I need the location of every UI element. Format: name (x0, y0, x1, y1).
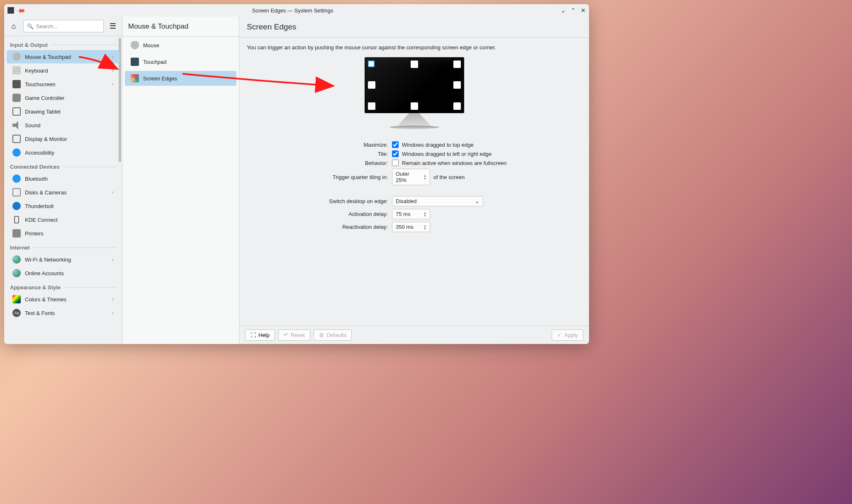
page-description: You can trigger an action by pushing the… (247, 44, 582, 51)
label-maximize: Maximize: (247, 142, 388, 148)
globe-icon (12, 255, 21, 264)
accessibility-icon (12, 148, 21, 157)
font-icon: Aa (12, 309, 21, 317)
checkbox-tile-label: Windows dragged to left or right edge (402, 151, 492, 157)
hamburger-menu[interactable]: ☰ (107, 20, 119, 32)
chevron-right-icon: › (112, 189, 114, 195)
subcategory-panel: Mouse & Touchpad Mouse Touchpad Screen E… (122, 17, 239, 344)
help-icon: ⛶ (251, 332, 256, 338)
reset-button[interactable]: ↶Reset (278, 330, 310, 341)
sidebar-item-keyboard[interactable]: Keyboard › (7, 64, 119, 77)
home-button[interactable]: ⌂ (7, 20, 20, 32)
sidebar-item-bluetooth[interactable]: Bluetooth (7, 172, 119, 185)
sidebar-item-sound[interactable]: Sound (7, 119, 119, 132)
chevron-right-icon: › (112, 257, 114, 262)
gamepad-icon (12, 94, 21, 102)
section-internet: Internet (4, 240, 122, 252)
main-panel: Screen Edges You can trigger an action b… (239, 17, 589, 344)
settings-window: 📌 Screen Edges — System Settings ⌄ ⌃ ✕ ⌂… (4, 4, 589, 344)
sidebar-item-text-fonts[interactable]: Aa Text & Fonts › (7, 306, 119, 320)
apply-button[interactable]: ✓Apply (552, 330, 583, 341)
sidebar-item-printers[interactable]: Printers (7, 227, 119, 240)
monitor-preview (247, 57, 582, 129)
palette-icon (12, 295, 21, 303)
disk-icon (12, 188, 21, 196)
window-title: Screen Edges — System Settings (24, 7, 561, 14)
edge-top-right[interactable] (453, 61, 461, 68)
sub-item-touchpad[interactable]: Touchpad (125, 54, 236, 69)
sidebar-item-drawing-tablet[interactable]: Drawing Tablet (7, 105, 119, 118)
printer-icon (12, 229, 21, 237)
sub-item-screen-edges[interactable]: Screen Edges (125, 71, 236, 86)
checkbox-tile[interactable] (392, 150, 399, 157)
touchpad-icon (131, 58, 139, 66)
search-icon: 🔍 (27, 23, 34, 29)
edge-bottom-right[interactable] (453, 102, 461, 110)
label-reactivation-delay: Reactivation delay: (247, 224, 388, 230)
combo-switch-desktop[interactable]: Disabled⌄ (392, 196, 483, 206)
sidebar-item-colors-themes[interactable]: Colors & Themes › (7, 293, 119, 306)
sidebar-list[interactable]: Input & Output Mouse & Touchpad › Keyboa… (4, 36, 122, 344)
chevron-right-icon: › (112, 296, 114, 302)
sound-icon (12, 121, 21, 129)
section-connected-devices: Connected Devices (4, 160, 122, 172)
sidebar-item-kde-connect[interactable]: KDE Connect (7, 213, 119, 226)
maximize-button[interactable]: ⌃ (571, 7, 576, 14)
document-icon: 🗎 (319, 332, 324, 338)
monitor-stand (398, 113, 431, 126)
undo-icon: ↶ (284, 332, 288, 338)
search-input[interactable]: 🔍 Search... (23, 20, 104, 32)
keyboard-icon (12, 66, 21, 75)
sidebar-item-touchscreen[interactable]: Touchscreen › (7, 78, 119, 91)
checkbox-maximize[interactable] (392, 141, 399, 148)
label-quarter: Trigger quarter tiling in: (247, 174, 388, 180)
label-behavior: Behavior: (247, 160, 388, 166)
label-tile: Tile: (247, 151, 388, 157)
sub-item-mouse[interactable]: Mouse (125, 38, 236, 53)
chevron-right-icon: › (112, 310, 114, 316)
sidebar-item-display-monitor[interactable]: Display & Monitor (7, 132, 119, 145)
sidebar-item-thunderbolt[interactable]: Thunderbolt (7, 199, 119, 213)
sidebar-item-game-controller[interactable]: Game Controller (7, 91, 119, 104)
chevron-right-icon: › (112, 81, 114, 87)
label-switch-desktop: Switch desktop on edge: (247, 198, 388, 204)
thunderbolt-icon (12, 202, 21, 210)
chevron-right-icon: › (112, 54, 114, 60)
checkbox-behavior[interactable] (392, 160, 399, 166)
edge-left[interactable] (368, 81, 375, 89)
bluetooth-icon (12, 174, 21, 183)
sidebar-item-online-accounts[interactable]: Online Accounts (7, 267, 119, 280)
checkbox-maximize-label: Windows dragged to top edge (402, 142, 474, 148)
spinbox-activation-delay[interactable]: 75 ms▲▼ (392, 209, 430, 219)
minimize-button[interactable]: ⌄ (561, 7, 566, 14)
defaults-button[interactable]: 🗎Defaults (314, 330, 352, 341)
tablet-icon (12, 107, 21, 116)
screen-preview (365, 57, 464, 113)
display-icon (12, 135, 21, 143)
subcategory-header: Mouse & Touchpad (122, 17, 239, 37)
edge-top-left[interactable] (368, 61, 375, 67)
spinbox-reactivation-delay[interactable]: 350 ms▲▼ (392, 222, 430, 232)
edge-top[interactable] (411, 61, 418, 68)
sidebar-item-disks-cameras[interactable]: Disks & Cameras › (7, 186, 119, 199)
page-title: Screen Edges (239, 17, 589, 38)
mouse-icon (131, 41, 139, 49)
sidebar-item-wifi-networking[interactable]: Wi-Fi & Networking › (7, 253, 119, 266)
edge-bottom[interactable] (411, 102, 418, 110)
sidebar-item-mouse-touchpad[interactable]: Mouse & Touchpad › (7, 50, 119, 63)
section-appearance: Appearance & Style (4, 280, 122, 292)
section-input-output: Input & Output (4, 38, 122, 50)
chevron-right-icon: › (112, 68, 114, 73)
close-button[interactable]: ✕ (581, 7, 586, 14)
quarter-suffix: of the screen (433, 174, 465, 180)
label-activation-delay: Activation delay: (247, 211, 388, 217)
check-icon: ✓ (557, 332, 562, 338)
edge-right[interactable] (453, 81, 461, 89)
spinbox-quarter-tiling[interactable]: Outer 25%▲▼ (392, 169, 430, 185)
touchscreen-icon (12, 80, 21, 88)
help-button[interactable]: ⛶Help (245, 330, 275, 341)
edge-bottom-left[interactable] (368, 102, 375, 110)
app-icon (7, 7, 14, 14)
checkbox-behavior-label: Remain active when windows are fullscree… (402, 160, 506, 166)
sidebar-item-accessibility[interactable]: Accessibility (7, 146, 119, 159)
